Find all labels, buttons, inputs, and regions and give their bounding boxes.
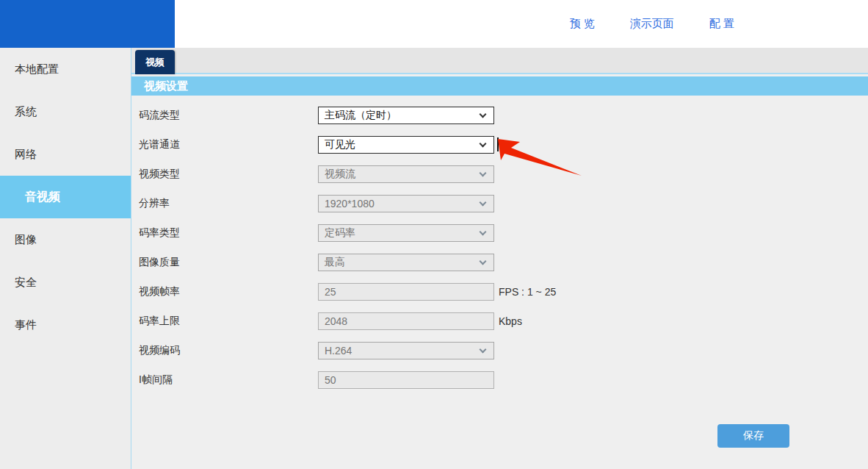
bitrate-type-value: 定码率 [325,226,355,240]
brand-logo [0,0,175,48]
frame-rate-hint: FPS : 1 ~ 25 [499,277,556,307]
sidebar-item-system[interactable]: 系统 [0,90,131,133]
resolution-select: 1920*1080 [318,195,494,212]
top-navigation: 预 览演示页面配 置 [570,0,734,48]
camera-config-page: 预 览演示页面配 置 本地配置系统网络音视频图像安全事件 视频 视频设置 码流类… [0,0,868,469]
red-arrow-annotation [493,135,585,180]
bitrate-limit-input: 2048 [318,312,494,330]
form-row-bitrate-limit: 码率上限2048Kbps [131,307,868,336]
form-row-bitrate-type: 码率类型定码率 [131,218,868,248]
chevron-down-icon [480,111,487,118]
image-quality-label: 图像质量 [139,248,180,277]
frame-rate-value: 25 [325,286,336,298]
video-type-value: 视频流 [325,168,355,181]
video-type-select: 视频流 [318,165,494,183]
resolution-value: 1920*1080 [325,198,375,210]
chevron-down-icon [480,170,487,177]
bitrate-limit-hint: Kbps [499,307,522,336]
sidebar-item-local-config[interactable]: 本地配置 [0,48,131,90]
bitrate-limit-value: 2048 [325,315,347,327]
save-button[interactable]: 保存 [717,424,789,448]
chevron-down-icon [480,229,487,236]
bitrate-type-label: 码率类型 [139,218,180,248]
tab-video[interactable]: 视频 [135,50,175,74]
spectral-channel-select[interactable]: 可见光 [318,136,494,154]
section-title-text: 视频设置 [144,79,188,93]
form-row-i-frame-interval: I帧间隔50 [131,365,868,395]
nav-link-0[interactable]: 预 览 [570,17,595,31]
sidebar-item-event[interactable]: 事件 [0,304,131,346]
video-encoding-label: 视频编码 [139,336,180,365]
video-type-label: 视频类型 [139,160,180,189]
stream-type-value: 主码流（定时） [325,109,397,122]
i-frame-interval-label: I帧间隔 [139,365,173,395]
stream-type-label: 码流类型 [139,101,180,130]
main-content: 视频 视频设置 码流类型主码流（定时）光谱通道可见光视频类型视频流分辨率1920… [131,48,868,469]
chevron-down-icon [480,346,487,354]
tab-strip: 视频 [131,48,868,74]
form-row-resolution: 分辨率1920*1080 [131,189,868,218]
video-encoding-select: H.264 [318,342,494,359]
video-encoding-value: H.264 [325,345,352,357]
i-frame-interval-value: 50 [325,374,336,386]
image-quality-select: 最高 [318,254,494,271]
i-frame-interval-input: 50 [318,371,494,389]
image-quality-value: 最高 [325,256,345,269]
bitrate-type-select: 定码率 [318,224,494,242]
frame-rate-label: 视频帧率 [139,277,180,307]
sidebar-menu: 本地配置系统网络音视频图像安全事件 [0,48,131,469]
form-row-stream-type: 码流类型主码流（定时） [131,101,868,130]
spectral-channel-label: 光谱通道 [139,130,180,160]
nav-link-2[interactable]: 配 置 [709,17,734,31]
chevron-down-icon [480,258,487,265]
spectral-channel-value: 可见光 [325,138,355,151]
sidebar-item-image[interactable]: 图像 [0,218,131,261]
stream-type-select[interactable]: 主码流（定时） [318,107,494,124]
frame-rate-input: 25 [318,283,494,301]
section-title: 视频设置 [131,76,868,96]
nav-link-1[interactable]: 演示页面 [630,17,674,31]
sidebar-item-audio-video[interactable]: 音视频 [0,176,131,218]
sidebar-item-security[interactable]: 安全 [0,261,131,304]
resolution-label: 分辨率 [139,189,170,218]
top-header: 预 览演示页面配 置 [0,0,868,48]
form-row-image-quality: 图像质量最高 [131,248,868,277]
chevron-down-icon [480,199,487,207]
chevron-down-icon [480,140,487,148]
form-row-frame-rate: 视频帧率25FPS : 1 ~ 25 [131,277,868,307]
form-row-video-encoding: 视频编码H.264 [131,336,868,365]
sidebar-item-network[interactable]: 网络 [0,133,131,176]
bitrate-limit-label: 码率上限 [139,307,180,336]
